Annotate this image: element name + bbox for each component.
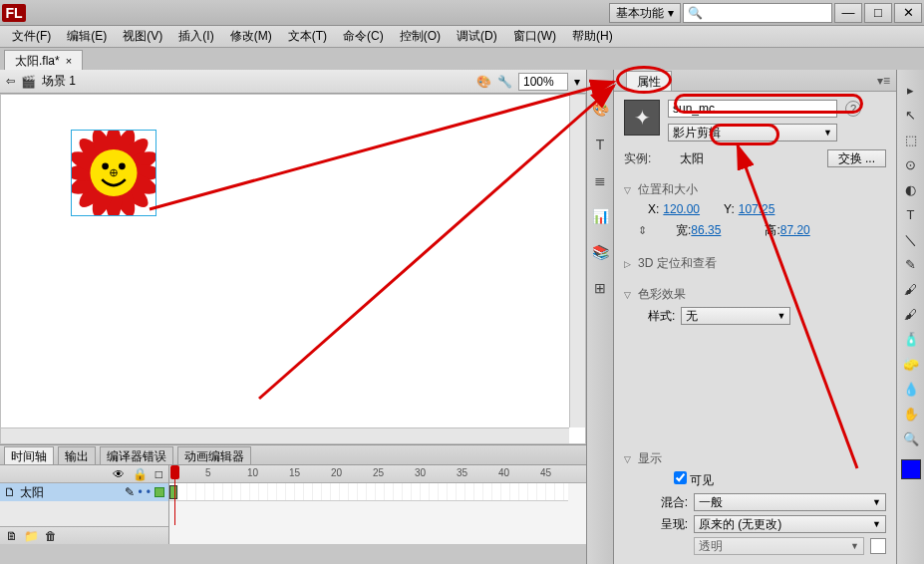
library-panel-icon[interactable]: 📚 (591, 243, 609, 261)
zoom-tool-icon[interactable]: 🔍 (900, 428, 921, 449)
close-button[interactable]: ✕ (894, 3, 922, 23)
layer-pencil-icon: ✎ (125, 485, 135, 499)
edit-symbol-icon[interactable]: 🔧 (497, 75, 512, 89)
width-value[interactable]: 86.35 (691, 223, 721, 237)
stage-horizontal-scrollbar[interactable] (1, 427, 569, 443)
layer-row[interactable]: 🗋 太阳 ✎ • • (0, 483, 168, 501)
y-value[interactable]: 107.25 (739, 202, 775, 216)
menu-text[interactable]: 文本(T) (282, 26, 333, 47)
twisty-down-icon: ▽ (624, 454, 634, 464)
menu-window[interactable]: 窗口(W) (507, 26, 562, 47)
help-search-input[interactable]: 🔍 (683, 3, 832, 23)
menu-file[interactable]: 文件(F) (6, 26, 57, 47)
stage-area[interactable] (0, 94, 586, 444)
lock-aspect-icon[interactable]: ⇕ (638, 224, 652, 237)
layer-icon: 🗋 (4, 485, 16, 499)
visibility-column-icon[interactable]: 👁 (113, 467, 125, 481)
document-tab[interactable]: 太阳.fla* × (4, 50, 83, 70)
section-3d[interactable]: ▷ 3D 定位和查看 (624, 255, 886, 272)
transform-panel-icon[interactable]: ⊞ (591, 279, 609, 297)
eyedropper-tool-icon[interactable]: 💧 (900, 379, 921, 400)
zoom-chevron-down-icon[interactable]: ▾ (574, 75, 580, 89)
swap-button[interactable]: 交换 ... (827, 149, 886, 167)
visible-checkbox[interactable]: 可见 (674, 473, 714, 487)
color-style-combo[interactable]: 无 ▼ (681, 307, 790, 325)
menu-insert[interactable]: 插入(I) (172, 26, 219, 47)
frame-row[interactable] (169, 483, 586, 501)
help-icon[interactable]: ? (845, 101, 861, 117)
panel-options-icon[interactable]: ▾≡ (877, 74, 890, 88)
tab-compiler-errors[interactable]: 编译器错误 (100, 446, 173, 464)
tab-timeline[interactable]: 时间轴 (4, 446, 54, 464)
section-display[interactable]: ▽ 显示 (624, 450, 886, 467)
info-panel-icon[interactable]: 📊 (591, 207, 609, 225)
line-tool-icon[interactable]: ＼ (900, 229, 921, 250)
tab-library[interactable]: 库 (670, 71, 704, 91)
pencil-tool-icon[interactable]: ✎ (900, 254, 921, 275)
hand-tool-icon[interactable]: ✋ (900, 404, 921, 424)
section-position-size[interactable]: ▽ 位置和大小 (624, 181, 886, 198)
menu-commands[interactable]: 命令(C) (337, 26, 390, 47)
lock-column-icon[interactable]: 🔒 (133, 467, 148, 481)
free-transform-tool-icon[interactable]: ⬚ (900, 130, 921, 150)
layer-visibility-dot[interactable]: • (139, 485, 143, 499)
text-panel-icon[interactable]: T (591, 136, 609, 153)
text-tool-icon[interactable]: T (900, 204, 921, 225)
section-color-effect[interactable]: ▽ 色彩效果 (624, 286, 886, 303)
maximize-button[interactable]: □ (864, 3, 892, 23)
fill-color-swatch[interactable] (901, 459, 921, 479)
timeline-playhead[interactable] (174, 465, 175, 525)
menu-edit[interactable]: 编辑(E) (61, 26, 113, 47)
edit-scene-icon[interactable]: 🎨 (476, 75, 491, 89)
pen-tool-icon[interactable]: ◐ (900, 179, 921, 200)
timeline-layers-pane: 👁 🔒 □ 🗋 太阳 ✎ • • 🗎 📁 🗑 (0, 465, 169, 544)
document-tab-close-icon[interactable]: × (66, 51, 72, 71)
menu-debug[interactable]: 调试(D) (451, 26, 503, 47)
render-combo[interactable]: 原来的 (无更改)▼ (694, 515, 886, 533)
align-panel-icon[interactable]: ≣ (591, 171, 609, 189)
scene-name[interactable]: 场景 1 (42, 73, 76, 90)
menu-help[interactable]: 帮助(H) (566, 26, 619, 47)
chevron-down-icon: ▼ (872, 519, 881, 529)
layer-name: 太阳 (20, 484, 121, 501)
ruler-tick: 10 (247, 467, 258, 478)
tab-motion-editor[interactable]: 动画编辑器 (177, 446, 251, 464)
subselection-tool-icon[interactable]: ↖ (900, 105, 921, 126)
delete-layer-icon[interactable]: 🗑 (45, 529, 57, 543)
timeline-tracks-pane[interactable]: 5 10 15 20 25 30 35 40 45 (169, 465, 586, 544)
brush-tool-icon[interactable]: 🖌 (900, 279, 921, 300)
eraser-tool-icon[interactable]: 🧽 (900, 354, 921, 375)
paint-bucket-tool-icon[interactable]: 🧴 (900, 329, 921, 350)
outline-column-icon[interactable]: □ (155, 467, 162, 481)
x-label: X: (648, 202, 659, 216)
height-value[interactable]: 87.20 (780, 223, 810, 237)
color-panel-icon[interactable]: 🎨 (591, 100, 609, 118)
timeline-ruler[interactable]: 5 10 15 20 25 30 35 40 45 (169, 465, 586, 483)
symbol-type-combo[interactable]: 影片剪辑 ▼ (668, 124, 837, 141)
lasso-tool-icon[interactable]: ⊙ (900, 154, 921, 175)
transparent-swatch[interactable] (870, 538, 886, 554)
layer-outline-swatch[interactable] (154, 487, 164, 497)
menu-modify[interactable]: 修改(M) (224, 26, 278, 47)
blend-label: 混合: (648, 494, 688, 511)
new-folder-icon[interactable]: 📁 (24, 529, 39, 543)
blend-mode-combo[interactable]: 一般▼ (694, 493, 886, 511)
menu-view[interactable]: 视图(V) (117, 26, 168, 47)
menu-control[interactable]: 控制(O) (394, 26, 447, 47)
minimize-button[interactable]: — (834, 3, 862, 23)
instance-type-icon: ✦ (624, 100, 660, 136)
tab-output[interactable]: 输出 (58, 446, 96, 464)
selection-tool-icon[interactable]: ▸ (900, 80, 921, 101)
new-layer-icon[interactable]: 🗎 (6, 529, 18, 543)
instance-name-input[interactable] (668, 100, 837, 118)
scene-back-icon[interactable]: ⇦ (6, 75, 15, 88)
stage-vertical-scrollbar[interactable] (569, 95, 585, 427)
layer-lock-dot[interactable]: • (147, 485, 151, 499)
selected-symbol-instance[interactable] (71, 130, 156, 216)
zoom-field[interactable]: 100% (518, 73, 568, 91)
x-value[interactable]: 120.00 (663, 202, 700, 216)
tab-properties[interactable]: 属性 (626, 71, 672, 91)
deco-tool-icon[interactable]: 🖌 (900, 304, 921, 325)
keyframe[interactable] (169, 485, 177, 499)
workspace-layout-picker[interactable]: 基本功能 ▾ (609, 3, 681, 23)
